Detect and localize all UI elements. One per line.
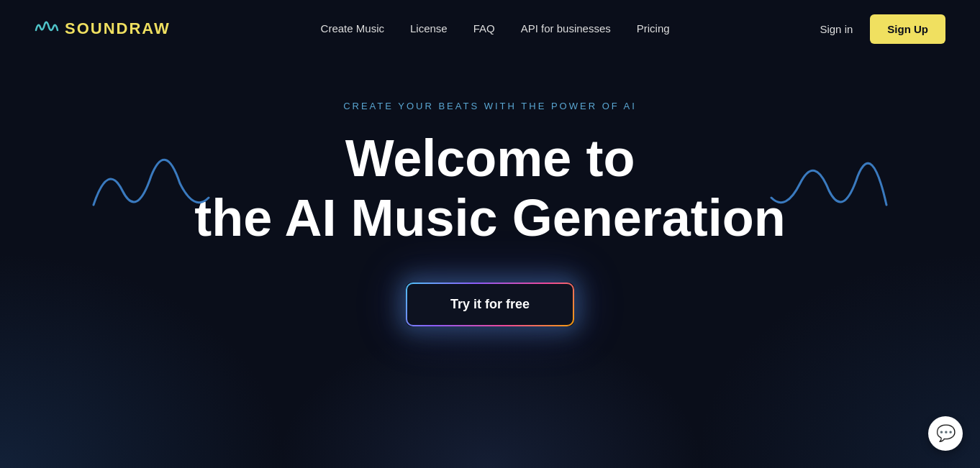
sign-up-button[interactable]: Sign Up: [870, 14, 945, 44]
nav-link-create-music[interactable]: Create Music: [321, 22, 384, 35]
hero-section: CREATE YOUR BEATS WITH THE POWER OF AI W…: [0, 58, 980, 326]
nav-item-create-music[interactable]: Create Music: [321, 22, 384, 35]
nav-link-api[interactable]: API for businesses: [521, 22, 611, 35]
hero-subtitle: CREATE YOUR BEATS WITH THE POWER OF AI: [343, 101, 637, 111]
hero-title-line2: the AI Music Generation: [194, 189, 785, 247]
nav-actions: Sign in Sign Up: [820, 14, 945, 44]
hero-title-line1: Welcome to: [345, 129, 635, 187]
chat-bubble-button[interactable]: 💬: [928, 416, 963, 451]
soundraw-wave-icon: [35, 17, 60, 41]
navbar: SOUNDRAW Create Music License FAQ API fo…: [0, 0, 980, 58]
nav-link-faq[interactable]: FAQ: [473, 22, 495, 35]
nav-item-faq[interactable]: FAQ: [473, 22, 495, 35]
hero-title: Welcome to the AI Music Generation: [194, 129, 785, 248]
logo-text: SOUNDRAW: [65, 19, 171, 38]
nav-item-pricing[interactable]: Pricing: [637, 22, 670, 35]
bg-glow-center: [274, 324, 706, 468]
nav-links: Create Music License FAQ API for busines…: [321, 22, 670, 35]
nav-link-license[interactable]: License: [410, 22, 448, 35]
wave-left-decoration: [86, 147, 216, 237]
logo[interactable]: SOUNDRAW: [35, 17, 171, 41]
sign-in-link[interactable]: Sign in: [820, 23, 853, 35]
nav-item-api[interactable]: API for businesses: [521, 22, 611, 35]
chat-icon: 💬: [936, 424, 956, 443]
nav-item-license[interactable]: License: [410, 22, 448, 35]
try-free-button[interactable]: Try it for free: [406, 283, 574, 326]
nav-link-pricing[interactable]: Pricing: [637, 22, 670, 35]
wave-right-decoration: [764, 147, 894, 237]
